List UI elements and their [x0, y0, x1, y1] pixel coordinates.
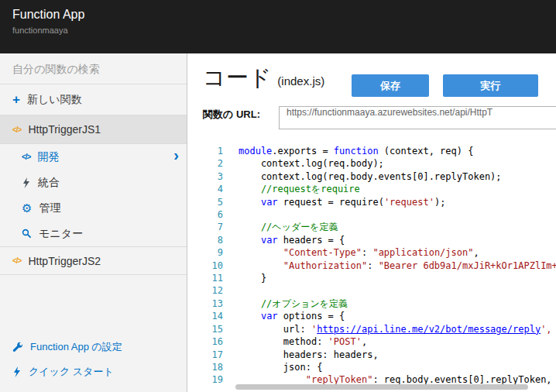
sidebar-item-quickstart[interactable]: クイック スタート [0, 359, 187, 384]
code-icon: </> [22, 153, 30, 161]
function-url-input[interactable]: https://functionmaaya.azurewebsites.net/… [279, 106, 556, 129]
page-subtitle: (index.js) [277, 74, 324, 88]
sidebar-item-httptriggerjs2[interactable]: </> HttpTriggerJS2 [0, 246, 187, 275]
page-title-wrap: コード (index.js) [203, 63, 324, 94]
function-search-box [0, 53, 187, 84]
function2-label: HttpTriggerJS2 [28, 255, 101, 267]
function-icon: </> [12, 256, 21, 265]
sidebar-item-develop[interactable]: </> 開発 › [0, 144, 187, 170]
develop-label: 開発 [37, 150, 59, 164]
function-icon: </> [12, 126, 21, 134]
lightning-icon [12, 366, 22, 377]
integrate-label: 統合 [38, 176, 60, 190]
sidebar-item-new-function[interactable]: + 新しい関数 [0, 84, 187, 115]
sidebar-item-integrate[interactable]: 統合 [0, 170, 187, 195]
new-function-label: 新しい関数 [27, 93, 82, 107]
sidebar-item-monitor[interactable]: モニター [0, 221, 187, 246]
horizontal-scrollbar[interactable] [235, 384, 534, 390]
function-url-label: 関数の URL: [203, 108, 274, 122]
run-button[interactable]: 実行 [443, 74, 538, 97]
lightning-icon [22, 177, 31, 188]
app-title: Function App [12, 8, 544, 22]
app-subtitle: functionmaaya [12, 26, 544, 35]
sidebar-item-function-app-settings[interactable]: Function App の設定 [0, 335, 187, 359]
sidebar-item-httptriggerjs1[interactable]: </> HttpTriggerJS1 [0, 115, 187, 144]
sidebar: + 新しい関数 </> HttpTriggerJS1 </> 開発 › 統合 ⚙… [0, 53, 187, 392]
settings-label: Function App の設定 [30, 340, 122, 354]
sidebar-item-manage[interactable]: ⚙ 管理 [0, 195, 187, 221]
scrollbar-thumb[interactable] [235, 384, 528, 390]
chevron-right-icon: › [173, 147, 179, 163]
sidebar-footer: Function App の設定 クイック スタート [0, 335, 187, 384]
code-lines[interactable]: module.exports = function (context, req)… [231, 143, 556, 392]
main-content: コード (index.js) 保存 実行 関数の URL: https://fu… [187, 53, 556, 392]
wrench-icon [12, 342, 23, 352]
magnifier-icon [22, 229, 32, 239]
save-button[interactable]: 保存 [352, 74, 429, 97]
manage-label: 管理 [39, 201, 60, 215]
line-numbers: 12345678910111213141516171819 [187, 143, 231, 392]
app-header: Function App functionmaaya [0, 0, 556, 53]
monitor-label: モニター [39, 227, 83, 241]
quickstart-label: クイック スタート [29, 365, 114, 379]
code-editor[interactable]: 12345678910111213141516171819 module.exp… [187, 143, 556, 392]
plus-icon: + [12, 93, 20, 106]
function-search-input[interactable] [12, 63, 174, 75]
function1-label: HttpTriggerJS1 [28, 123, 101, 136]
page-title: コード [203, 63, 271, 94]
gear-icon: ⚙ [22, 202, 32, 214]
